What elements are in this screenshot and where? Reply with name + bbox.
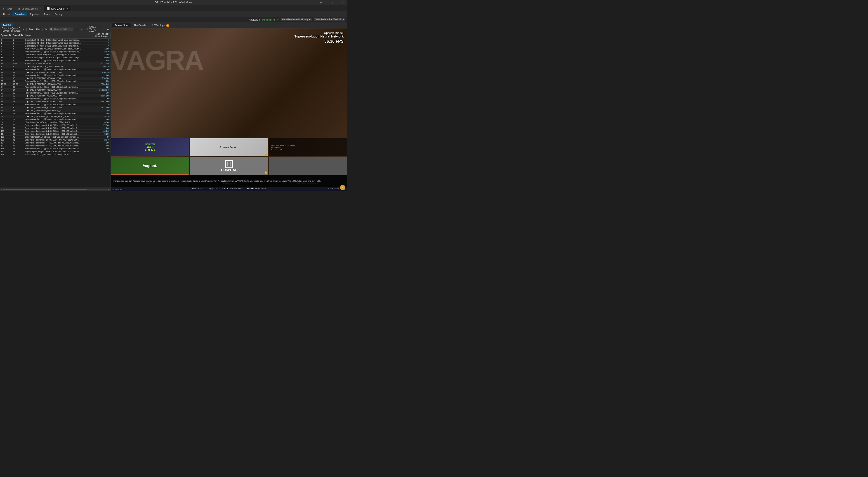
cell-name[interactable]: ▶ DML_OPERATOR_CONVOLUTION — [24, 89, 92, 92]
table-row[interactable]: 123 40 DrawInstanced(4,1,0,0) [this->ID3… — [0, 135, 111, 138]
tab-file-details[interactable]: File Details — [131, 23, 149, 27]
help-button[interactable]: ? — [306, 0, 316, 5]
tab-screenshot[interactable]: Screen Shot — [112, 23, 131, 27]
table-row[interactable]: 63 29 ResourceBarrier(1,....) [this->ID3… — [0, 103, 111, 106]
table-row[interactable]: 1 2 Signal(obj#8,32) [this->ID3D12Comman… — [0, 41, 111, 44]
table-row[interactable]: 24 24 ▶ DML_OPERATOR_CONVOLUTION 15,822,… — [0, 89, 111, 92]
table-row[interactable]: 27 11 ▶ DML_OPERATOR_CONVOLUTION 1,450,5… — [0, 71, 111, 74]
cell-name[interactable]: ▶ DML_OPERATOR_CONVOLUTION — [24, 100, 92, 103]
nav-debug[interactable]: Debug — [52, 12, 64, 16]
cell-name[interactable]: ResourceBarrier(1,....) [this->ID3D12Gra… — [24, 51, 92, 53]
scroll-track[interactable] — [3, 189, 107, 190]
table-row[interactable]: 144 46 Present(obj#39,0,) [this->ID3D12S… — [0, 153, 111, 156]
scroll-bar[interactable]: ◀ ▶ — [0, 188, 111, 191]
cell-name[interactable]: ResourceBarrier(1,....) [this->ID3D12Gra… — [24, 86, 92, 89]
queue-dropdown[interactable]: Graphics Queue 0 (DeviceResources) ▼ — [1, 27, 25, 32]
table-row[interactable]: 64 30 ▶ DML_OPERATOR_CONVOLUTION 3,434,4… — [0, 106, 111, 109]
cell-name[interactable]: ResourceBarrier(1,....) [this->ID3D12Gra… — [24, 80, 92, 83]
cell-name[interactable]: ClearRenderTarget(res#2,...,0,nullptr) [… — [24, 121, 92, 124]
tab-local-close[interactable]: ✕ — [39, 7, 41, 10]
album-hospital[interactable]: H HOSPITAL 🔒 — [190, 157, 268, 175]
cell-name[interactable]: ResourceBarrier(1,....) [this->ID3D12Gra… — [24, 97, 92, 100]
cell-name[interactable]: Wait(obj#10,93) [this->ID3D12CommandQueu… — [24, 47, 92, 51]
cell-name[interactable]: DrawIndexedInstanced(6,1,0,0,0) [this->I… — [24, 124, 92, 127]
nav-down[interactable]: ▼ — [80, 28, 84, 31]
cell-name[interactable]: ▶ DML_OPERATOR_CONVOLUTION — [24, 106, 92, 109]
cell-name[interactable]: ResourceBarrier(1,....) [this->ID3D12Gra… — [24, 147, 92, 150]
table-row[interactable]: 19 9-33 ▼ DML_EXECUTION_PLAN 38,212,040 — [0, 62, 111, 65]
cell-name[interactable]: ▼ DML_EXECUTION_PLAN — [24, 62, 92, 65]
minimize-button[interactable]: ─ — [316, 0, 327, 5]
table-row[interactable]: 57 25 ResourceBarrier(1,....) [this->ID3… — [0, 92, 111, 94]
cell-name[interactable]: Signal(obj#8,32) [this->ID3D12CommandQue… — [24, 41, 92, 44]
more-options[interactable]: ☰ — [106, 28, 110, 31]
table-row[interactable]: 15-22 15-22 ▶ DML_OPERATOR_CONVOLUTION 7… — [0, 83, 111, 86]
table-row[interactable]: 42 33 ▶ DML_OPERATOR_ELEMENT_WISE_ADD 13… — [0, 115, 111, 118]
nav-overview[interactable]: Overview — [12, 12, 27, 16]
events-tab[interactable]: Events — [1, 23, 13, 26]
nav-tools[interactable]: Tools — [41, 12, 52, 16]
table-row[interactable]: 134 42 DrawIndexedInstanced(444,1,0,0,0)… — [0, 141, 111, 145]
album-future-classic[interactable]: future classic. 🔒 — [190, 138, 268, 156]
cell-name[interactable]: ▶ DML_OPERATOR_CONVOLUTION — [24, 94, 92, 97]
close-events[interactable]: ✕ — [101, 28, 105, 31]
tab-gpu-close[interactable]: ✕ — [67, 7, 68, 10]
cell-name[interactable]: Dispatch(30,34,1) [this->ID3D12GraphicsC… — [24, 56, 92, 59]
cell-name[interactable]: Present(obj#39,0,) [this->ID3D12SharingC… — [24, 153, 92, 156]
table-row[interactable]: 84 35 ClearRenderTarget(res#2,...,0,null… — [0, 121, 111, 124]
table-row[interactable]: 29 12 ResourceBarrier(1,....) [this->ID3… — [0, 74, 111, 77]
cell-name[interactable]: DrawIndexedInstanced(444,1,0,0,0) [this-… — [24, 141, 92, 145]
table-row[interactable]: 17 8 ResourceBarrier(1,....) [this->ID3D… — [0, 59, 111, 62]
album-arrows-info[interactable]: ARROWS (More Zoom Right)W - Zoom InS - Z… — [269, 138, 347, 156]
cell-name[interactable]: ResourceBarrier(1,....) [this->ID3D12Gra… — [24, 118, 92, 121]
table-row[interactable]: 114 39 DrawIndexedInstanced(6,1,0,0,0) [… — [0, 133, 111, 135]
table-row[interactable]: 0 1 Signal(obj#7,98) [this->ID3D12Comman… — [0, 39, 111, 41]
cell-name[interactable]: Signal(obj#7,98) [this->ID3D12CommandQue… — [24, 39, 92, 41]
cell-name[interactable]: ▶ DML_OPERATOR_CONVOLUTION — [24, 83, 92, 86]
cell-name[interactable]: ResourceBarrier(1,....) [this->ID3D12Gra… — [24, 68, 92, 71]
table-row[interactable]: 5 6 ClearRenderTargetView(res#2,...,0,nu… — [0, 53, 111, 56]
tab-home[interactable]: ⌂ Home — [0, 6, 15, 11]
flat-toggle[interactable]: Flat — [35, 28, 41, 31]
close-button[interactable]: ✕ — [337, 0, 347, 5]
cell-name[interactable]: Signal(obj#9,3) [this->ID3D12CommandQueu… — [24, 44, 92, 47]
cell-name[interactable]: ▶ DML_OPERATOR_UPSAMPLE_2D — [24, 109, 92, 112]
table-row[interactable]: 30 13 ▶ DML_OPERATOR_CONVOLUTION 2,374,8… — [0, 77, 111, 80]
table-row[interactable]: 131 41 DrawIndexedInstanced(1000,1,0,0,0… — [0, 138, 111, 141]
cell-name[interactable]: DrawIndexedInstanced(6,1,0,0,0) [this->I… — [24, 127, 92, 130]
table-row[interactable]: 107 38 DrawIndexedInstanced(6,1,0,0,0) [… — [0, 130, 111, 133]
maximize-button[interactable]: □ — [327, 0, 337, 5]
aa-button[interactable]: Aa — [43, 28, 48, 31]
cell-name[interactable]: ResourceBarrier(1,....) [this->ID3D12Gra… — [24, 74, 92, 77]
cell-name[interactable]: ▶ DML_OPERATOR_CONVOLUTION — [24, 71, 92, 74]
events-table-container[interactable]: Queue ID Global ID Name EOP to EOPDurati… — [0, 32, 111, 188]
cell-name[interactable]: ClearRenderTargetView(res#2,...,0,nullpt… — [24, 53, 92, 56]
cell-name[interactable]: ResourceBarrier(1,....) [this->ID3D12Gra… — [24, 112, 92, 115]
album-boss-arena[interactable]: HORIZON BOSSARENA — [111, 138, 189, 156]
table-row[interactable]: 95 36 DrawIndexedInstanced(6,1,0,0,0) [t… — [0, 124, 111, 127]
tree-toggle[interactable]: Tree — [28, 28, 34, 31]
table-row[interactable]: 16 7 Dispatch(30,34,1) [this->ID3D12Grap… — [0, 56, 111, 59]
cell-name[interactable]: DrawIndexedInstanced(6,1,0,0,0) [this->I… — [24, 130, 92, 133]
tab-warnings[interactable]: ⚠ Warnings 1 — [149, 23, 172, 28]
cell-name[interactable]: DrawIndexedInstanced(6,1,0,0,0) [this->I… — [24, 133, 92, 135]
cell-name[interactable]: ResourceBarrier(1,....) [this->ID3D12Gra… — [24, 92, 92, 94]
nav-pipeline[interactable]: Pipeline — [28, 12, 41, 16]
cell-name[interactable]: ResourceBarrier(1,....) [this->ID3D12Gra… — [24, 103, 92, 106]
tab-local-machine[interactable]: 🖥 Local Machine ✕ — [15, 6, 44, 11]
album-vagrant[interactable]: Vagrant. — [111, 157, 189, 175]
table-row[interactable]: 66 31 ▶ DML_OPERATOR_UPSAMPLE_2D 280 — [0, 109, 111, 112]
table-row[interactable]: 4 5 ResourceBarrier(1,....) [this->ID3D1… — [0, 51, 111, 53]
table-row[interactable]: 58 26 ▶ DML_OPERATOR_CONVOLUTION 2,955,5… — [0, 94, 111, 97]
nav-unset[interactable]: Unset — [1, 12, 12, 16]
table-row[interactable]: 138 44 ResourceBarrier(1,....) [this->ID… — [0, 147, 111, 150]
table-row[interactable]: 61 28 ▶ DML_OPERATOR_CONVOLUTION 2,954,6… — [0, 100, 111, 103]
table-row[interactable]: 63 14 ResourceBarrier(1,....) [this->ID3… — [0, 80, 111, 83]
table-row[interactable]: 3 4 Wait(obj#10,93) [this->ID3D12Command… — [0, 47, 111, 51]
table-row[interactable]: 54 23 ResourceBarrier(1,....) [this->ID3… — [0, 86, 111, 89]
table-row[interactable]: 137 43 DrawIndexedInstanced(444,1,0,0,0)… — [0, 145, 111, 147]
gpu-dropdown[interactable]: AMD Radeon RX 5700 XT ▼ — [314, 18, 345, 21]
cell-name[interactable]: ▼ DML_OPERATOR_CONVOLUTION — [24, 65, 92, 68]
machine-dropdown[interactable]: Local Machine (localhost) ▼ — [281, 18, 312, 21]
nav-up[interactable]: ▲ — [75, 28, 79, 31]
